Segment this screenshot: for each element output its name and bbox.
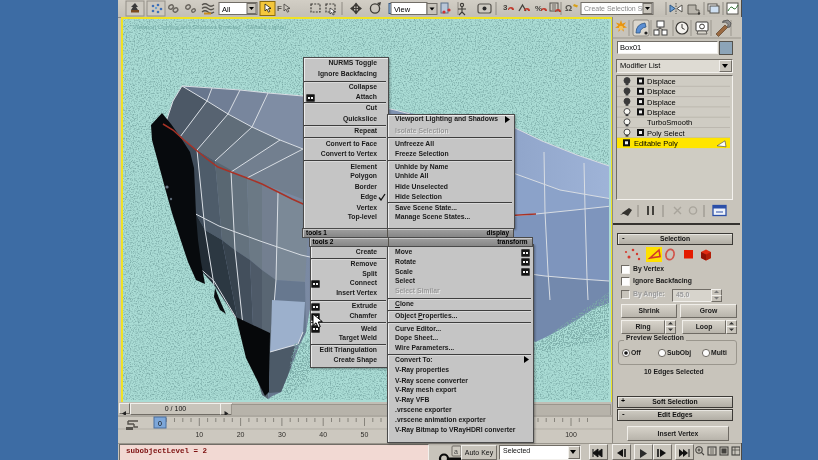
svg-text:Create Selection Se: Create Selection Se: [584, 5, 646, 12]
svg-text:40: 40: [319, 431, 327, 438]
svg-text:View: View: [394, 5, 411, 14]
svg-text:Viewport Lighting and Shadows: Viewport Lighting and Shadows Enabled : …: [133, 24, 286, 30]
svg-text:50: 50: [361, 431, 369, 438]
svg-text:Ω: Ω: [565, 3, 572, 13]
svg-text:Displace: Displace: [647, 77, 676, 86]
svg-text:Editable Poly: Editable Poly: [634, 139, 678, 148]
svg-text:0: 0: [158, 420, 162, 427]
svg-text:100: 100: [565, 431, 577, 438]
svg-text:3: 3: [503, 3, 508, 12]
svg-text:Displace: Displace: [647, 108, 676, 117]
svg-text:20: 20: [237, 431, 245, 438]
svg-text:Poly Select: Poly Select: [647, 129, 685, 138]
svg-text:10: 10: [195, 431, 203, 438]
svg-text:Displace: Displace: [647, 98, 676, 107]
svg-text:All: All: [222, 5, 231, 14]
svg-text:%: %: [535, 4, 542, 13]
svg-text:TurboSmooth: TurboSmooth: [647, 118, 692, 127]
svg-text:30: 30: [278, 431, 286, 438]
svg-text:a: a: [454, 448, 458, 455]
svg-text:Displace: Displace: [647, 87, 676, 96]
svg-text:F: F: [277, 4, 282, 13]
